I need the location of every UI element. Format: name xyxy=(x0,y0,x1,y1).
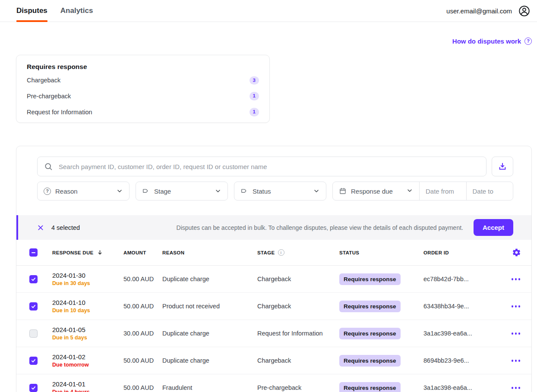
header-amount: AMOUNT xyxy=(123,250,162,255)
table-row[interactable]: 2024-01-01 Due in 4 hours 50.00 AUD Frau… xyxy=(16,374,531,392)
table-header-row: RESPONSE DUE AMOUNT REASON STAGE i STATU… xyxy=(16,240,531,266)
bulk-selection-bar: 4 selected Disputes can be accepted in b… xyxy=(16,215,531,240)
header-stage-label: STAGE xyxy=(257,250,275,255)
user-email: user.email@gmail.com xyxy=(446,7,512,15)
summary-row-label: Request for Information xyxy=(27,109,92,116)
status-filter-label: Status xyxy=(253,188,271,195)
row-checkbox[interactable] xyxy=(29,275,38,283)
due-countdown: Due in 10 days xyxy=(52,307,123,314)
header-status: STATUS xyxy=(339,250,423,255)
question-circle-icon: ? xyxy=(44,188,51,195)
row-checkbox[interactable] xyxy=(29,384,38,392)
search-box xyxy=(37,157,486,176)
tag-icon xyxy=(142,187,150,195)
count-badge: 3 xyxy=(250,76,259,85)
chevron-down-icon xyxy=(406,187,413,194)
clear-selection-button[interactable] xyxy=(37,224,44,231)
table-row[interactable]: 2024-01-30 Due in 30 days 50.00 AUD Dupl… xyxy=(16,266,531,293)
response-due-filter[interactable]: Response due xyxy=(333,182,419,200)
search-icon xyxy=(44,162,53,171)
tab-disputes[interactable]: Disputes xyxy=(16,0,47,22)
select-all-checkbox[interactable] xyxy=(29,248,38,257)
status-badge: Requires response xyxy=(339,355,401,367)
selected-count-text: 4 selected xyxy=(51,224,80,231)
due-countdown: Due in 5 days xyxy=(52,335,123,341)
stage-filter[interactable]: Stage xyxy=(136,182,228,201)
row-checkbox[interactable] xyxy=(29,302,38,310)
reason-filter[interactable]: ? Reason xyxy=(37,182,130,201)
gear-icon xyxy=(512,248,521,257)
nav-tabs: Disputes Analytics xyxy=(16,0,93,22)
summary-row-pre-chargeback: Pre-chargeback 1 xyxy=(27,88,259,104)
date-from-field[interactable]: Date from xyxy=(419,182,466,200)
order-id-cell: 3a1ac398-ea6a... xyxy=(423,330,503,337)
count-badge: 1 xyxy=(250,92,259,100)
count-badge: 1 xyxy=(250,108,259,116)
stage-cell: Pre-chargeback xyxy=(257,384,339,391)
header-response-due[interactable]: RESPONSE DUE xyxy=(52,249,123,256)
requires-response-card: Requires response Chargeback 3 Pre-charg… xyxy=(16,55,270,123)
stage-cell: Chargeback xyxy=(257,357,339,364)
stage-cell: Chargeback xyxy=(257,303,339,310)
summary-row-chargeback: Chargeback 3 xyxy=(27,72,259,88)
reason-cell: Product not received xyxy=(162,303,257,310)
tab-analytics-label: Analytics xyxy=(60,6,93,15)
status-badge: Requires response xyxy=(339,382,401,392)
status-badge: Requires response xyxy=(339,301,401,312)
bulk-message: Disputes can be accepted in bulk. To cha… xyxy=(177,224,463,231)
account-menu-button[interactable] xyxy=(518,5,530,17)
how-disputes-work-link[interactable]: How do disputes work ? xyxy=(452,38,532,45)
row-actions-menu[interactable] xyxy=(511,330,521,337)
row-actions-menu[interactable] xyxy=(511,384,521,392)
tab-disputes-label: Disputes xyxy=(16,6,47,15)
tab-analytics[interactable]: Analytics xyxy=(60,0,93,22)
response-due-date: 2024-01-10 xyxy=(52,299,123,306)
sort-descending-icon xyxy=(97,249,103,256)
reason-cell: Fraudulent xyxy=(162,384,257,391)
row-checkbox[interactable] xyxy=(29,357,38,365)
info-icon[interactable]: i xyxy=(278,249,284,256)
calendar-icon xyxy=(339,187,347,195)
response-due-date: 2024-01-02 xyxy=(52,353,123,361)
accept-button[interactable]: Accept xyxy=(474,219,513,236)
amount-cell: 50.00 AUD xyxy=(123,357,162,364)
amount-cell: 50.00 AUD xyxy=(123,276,162,282)
date-filter-group: Response due Date from Date to xyxy=(332,182,513,201)
table-row[interactable]: 2024-01-02 Due tomorrow 50.00 AUD Duplic… xyxy=(16,347,531,374)
due-countdown: Due in 4 hours xyxy=(52,389,123,392)
chevron-down-icon xyxy=(215,188,221,194)
header-stage: STAGE i xyxy=(257,249,339,256)
header-response-due-label: RESPONSE DUE xyxy=(52,250,94,255)
header-order-id: ORDER ID xyxy=(423,250,503,255)
top-nav: Disputes Analytics user.email@gmail.com xyxy=(0,0,537,22)
amount-cell: 30.00 AUD xyxy=(123,330,162,337)
how-disputes-work-label: How do disputes work xyxy=(452,38,521,45)
chevron-down-icon xyxy=(313,188,320,194)
row-actions-menu[interactable] xyxy=(511,276,521,283)
date-to-field[interactable]: Date to xyxy=(466,182,513,200)
order-id-cell: 8694bb23-9e6... xyxy=(423,357,503,364)
reason-filter-label: Reason xyxy=(55,188,78,195)
order-id-cell: ec78b42d-7bb... xyxy=(423,276,503,282)
status-badge: Requires response xyxy=(339,328,401,339)
row-actions-menu[interactable] xyxy=(511,303,521,310)
date-to-placeholder: Date to xyxy=(473,188,493,195)
row-actions-menu[interactable] xyxy=(511,357,521,364)
date-from-placeholder: Date from xyxy=(426,188,454,195)
stage-cell: Request for Information xyxy=(257,330,339,337)
status-badge: Requires response xyxy=(339,273,401,285)
download-button[interactable] xyxy=(492,157,513,176)
row-checkbox[interactable] xyxy=(29,329,38,338)
chevron-down-icon xyxy=(116,188,123,194)
header-reason: REASON xyxy=(162,250,257,255)
due-countdown: Due tomorrow xyxy=(52,362,123,368)
response-due-filter-label: Response due xyxy=(351,188,393,195)
help-circle-icon: ? xyxy=(524,38,532,45)
response-due-date: 2024-01-30 xyxy=(52,272,123,279)
reason-cell: Duplicate charge xyxy=(162,330,257,337)
search-input[interactable] xyxy=(58,163,480,171)
column-settings-button[interactable] xyxy=(512,248,521,257)
table-row[interactable]: 2024-01-05 Due in 5 days 30.00 AUD Dupli… xyxy=(16,320,531,347)
table-row[interactable]: 2024-01-10 Due in 10 days 50.00 AUD Prod… xyxy=(16,293,531,320)
status-filter[interactable]: Status xyxy=(234,182,326,201)
